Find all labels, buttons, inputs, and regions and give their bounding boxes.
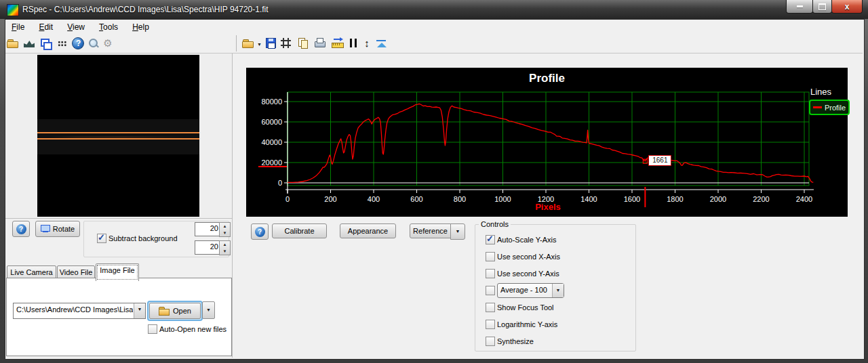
autoscale-y-checkbox[interactable] [486,235,495,244]
toolbar [5,34,863,54]
svg-text:0: 0 [278,179,282,187]
focus-tool-label: Show Focus Tool [497,303,554,312]
open-button[interactable]: Open [149,303,201,319]
legend-entry-profile[interactable]: Profile [809,100,850,115]
svg-text:600: 600 [410,195,422,203]
panel-divider[interactable] [232,54,233,358]
second-x-axis-checkbox[interactable] [486,252,495,261]
second-y-axis-checkbox[interactable] [486,269,495,278]
monitor-icon [41,225,50,233]
open-folder-icon [159,307,170,315]
background-offset-top-stepper[interactable]: ▲▼ [219,222,231,237]
log-y-checkbox[interactable] [486,320,495,329]
x-axis-label: Pixels [504,202,592,212]
calibrate-button[interactable]: Calibrate [272,223,327,238]
auto-open-label: Auto-Open new files [159,325,226,333]
help-question-icon: ? [255,227,265,237]
subtract-background-checkbox[interactable] [97,234,106,243]
stepper-up-icon[interactable]: ▲ [223,242,227,247]
tab-image-file[interactable]: Image File [96,263,139,281]
maximize-button[interactable] [812,0,832,14]
app-icon [7,4,19,16]
svg-text:60000: 60000 [261,118,282,126]
selection-line-top[interactable] [37,132,199,133]
rotate-label: Rotate [53,225,75,233]
menu-file[interactable]: File [5,20,31,34]
preview-help-button[interactable]: ? [12,221,30,237]
open-profile-dropdown-arrow[interactable]: ▼ [257,42,262,47]
menu-help[interactable]: Help [126,20,155,34]
profile-help-button[interactable]: ? [251,223,269,240]
legend-line-swatch [813,106,822,108]
combobox-arrow-icon[interactable]: ▼ [134,303,145,318]
ccd-image-preview[interactable] [37,55,199,217]
selection-line-bottom[interactable] [37,138,199,140]
app-window: RSpec - C:\Users\Andrew\CCD Images\Lisa\… [0,0,868,363]
focus-tool-checkbox[interactable] [486,303,495,312]
svg-text:2200: 2200 [753,195,769,203]
svg-text:40000: 40000 [261,138,282,146]
legend-title: Lines [810,87,831,97]
file-path-value: C:\Users\Andrew\CCD Images\Lisa [16,305,133,314]
svg-text:2000: 2000 [710,195,726,203]
profile-plot[interactable]: 0200004000060000800000200400600800100012… [246,68,848,217]
image-preview-panel [5,54,232,219]
fit-vertical-icon[interactable]: ↕ [360,37,374,50]
second-x-axis-label: Use second X-Axis [497,253,560,261]
background-offset-bottom-value[interactable]: 20 [195,240,222,255]
menu-view[interactable]: View [61,20,91,34]
reference-dropdown-arrow[interactable]: ▼ [450,223,465,240]
average-value: Average - 100 [500,286,551,294]
background-offset-bottom-stepper[interactable]: ▲▼ [219,240,231,255]
autoscale-y-label: Auto-Scale Y-Axis [497,236,556,244]
close-icon: x [845,2,850,12]
window-controls: x [787,0,863,13]
svg-text:80000: 80000 [261,98,282,106]
open-label: Open [173,307,191,315]
rotate-button[interactable]: Rotate [35,221,80,237]
settings-gear-icon[interactable]: ⚙ [101,37,115,50]
maximize-icon [818,3,826,10]
stepper-down-icon[interactable]: ▼ [223,231,227,235]
file-path-combobox[interactable]: C:\Users\Andrew\CCD Images\Lisa ▼ [13,303,146,319]
help-question-icon: ? [16,224,26,234]
subtract-background-label: Subtract background [108,234,178,242]
open-dropdown-button[interactable]: ▼ [202,301,215,319]
svg-text:800: 800 [454,195,466,203]
appearance-button[interactable]: Appearance [340,223,396,238]
auto-open-checkbox[interactable] [148,324,157,334]
svg-text:0: 0 [285,195,290,203]
profile-chart[interactable]: Profile 02000040000600008000002004006008… [246,68,848,217]
reference-button[interactable]: Reference [410,223,451,238]
background-offset-top-value[interactable]: 20 [195,222,222,236]
window-title: RSpec - C:\Users\Andrew\CCD Images\Lisa\… [22,5,269,14]
menu-edit[interactable]: Edit [33,20,59,34]
menu-tools[interactable]: Tools [93,20,124,34]
svg-text:1800: 1800 [667,195,683,203]
close-button[interactable]: x [831,0,863,14]
stepper-down-icon[interactable]: ▼ [223,249,227,253]
svg-text:20000: 20000 [261,158,282,167]
svg-text:2400: 2400 [796,195,812,203]
svg-text:1600: 1600 [624,195,640,203]
svg-text:200: 200 [324,195,336,203]
synthesize-label: Synthesize [497,337,534,345]
title-bar[interactable]: RSpec - C:\Users\Andrew\CCD Images\Lisa\… [0,0,868,19]
open-button-focus-ring: Open [147,301,203,321]
minimize-button[interactable] [786,0,813,14]
average-checkbox[interactable] [486,286,495,295]
synthesize-checkbox[interactable] [486,337,495,346]
legend-series-name: Profile [825,104,846,112]
toolbar-separator [236,35,237,51]
log-y-label: Logarithmic Y-axis [497,320,557,328]
stepper-up-icon[interactable]: ▲ [223,224,227,228]
minimize-icon [797,5,803,7]
controls-title: Controls [479,220,511,228]
cursor-value-badge: 1661 [648,155,671,166]
average-combobox[interactable]: Average - 100 ▼ [497,283,564,298]
svg-text:400: 400 [368,195,380,203]
average-arrow-icon[interactable]: ▼ [552,284,564,297]
second-y-axis-label: Use second Y-Axis [497,270,559,278]
menu-bar: File Edit View Tools Help [5,20,863,34]
